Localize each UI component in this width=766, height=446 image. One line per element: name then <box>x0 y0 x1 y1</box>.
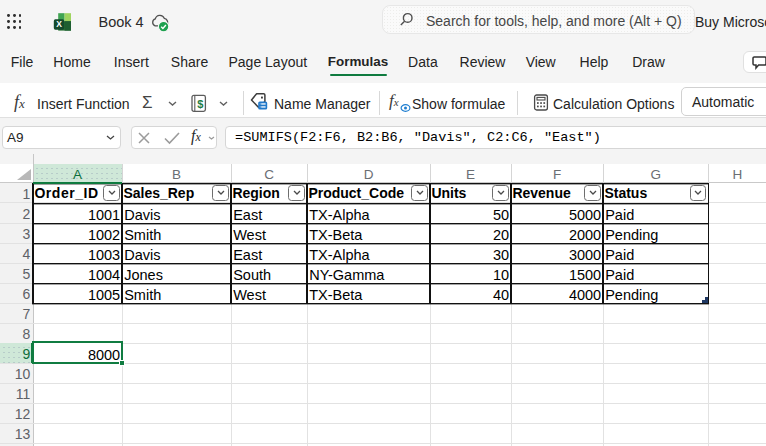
svg-text:$: $ <box>197 97 203 109</box>
svg-text:X: X <box>56 19 62 29</box>
